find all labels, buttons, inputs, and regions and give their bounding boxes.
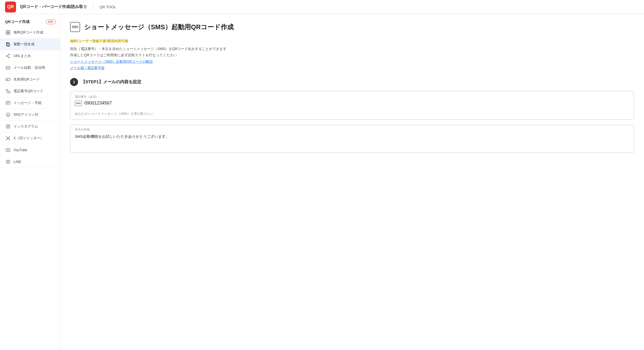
- sidebar-section-title: QRコード作成 無料: [0, 17, 60, 27]
- smiley-icon: [5, 112, 11, 118]
- grid-icon: [5, 30, 11, 36]
- svg-rect-1: [8, 30, 10, 32]
- sidebar-item-phone[interactable]: 電話番号QRコード: [0, 86, 60, 97]
- sidebar-item-label: URLまとめ: [14, 54, 31, 58]
- description-area: 無料/ユーザー登録不要/商用利用可能 宛先（電話番号）・本文を含めたショートメッ…: [70, 38, 634, 71]
- svg-rect-12: [6, 78, 10, 81]
- step1-header: 1 【STEP1】メールの内容を設定: [70, 78, 634, 86]
- sidebar-item-twitter[interactable]: X（旧ツイッター）: [0, 132, 60, 144]
- header: QR QRコード・バーコード作成/読み取り QR TOOL: [0, 0, 644, 14]
- sidebar-item-meishi[interactable]: 名刺用QRコード: [0, 74, 60, 86]
- svg-marker-25: [8, 149, 9, 151]
- phone-label: 電話番号（必須）: [75, 95, 629, 99]
- line-icon: [5, 159, 11, 165]
- svg-point-7: [9, 57, 10, 58]
- sidebar-item-label: インスタグラム: [14, 124, 38, 129]
- svg-point-22: [7, 126, 9, 128]
- svg-line-10: [7, 56, 9, 57]
- x-icon: [5, 135, 11, 141]
- body-label: 本文の内容: [70, 125, 634, 132]
- sidebar-item-label: 複数一括生成: [14, 42, 35, 46]
- sidebar-item-instagram[interactable]: インスタグラム: [0, 121, 60, 132]
- desc-versions[interactable]: メール版 / 電話番号版: [70, 66, 105, 70]
- sidebar-item-label: LINE: [14, 160, 21, 164]
- sidebar-item-label: メール起動・送信用: [14, 66, 45, 70]
- svg-point-18: [6, 113, 10, 116]
- desc-link[interactable]: ショートメッセージ（SMS）起動用QRコードの解説: [70, 60, 153, 64]
- mail-icon: [5, 65, 11, 71]
- body-field-box: 本文の内容 SMS起動機能をお試しいただきありがとうございます。: [70, 125, 634, 153]
- share-icon: [5, 53, 11, 59]
- sidebar-item-bulk[interactable]: 複数一括生成: [0, 38, 60, 50]
- svg-rect-11: [6, 66, 10, 69]
- svg-point-23: [9, 125, 9, 126]
- svg-point-8: [6, 56, 7, 56]
- main-content: SMS ショートメッセージ（SMS）起動用QRコード作成 無料/ユーザー登録不要…: [60, 14, 644, 350]
- sidebar-item-label: 名刺用QRコード: [14, 77, 40, 82]
- step1-title: 【STEP1】メールの内容を設定: [81, 79, 141, 85]
- sidebar-item-url[interactable]: URLまとめ: [0, 50, 60, 62]
- svg-point-19: [7, 114, 8, 115]
- sidebar-item-label: メッセージ・手紙: [14, 101, 42, 105]
- header-title: QRコード・バーコード作成/読み取り: [20, 4, 87, 10]
- desc-line2: 作成したQRコードはご利用前に必ず読取テストを行なってください: [70, 52, 634, 58]
- sms-icon: SMS: [75, 100, 82, 106]
- sidebar-item-sns[interactable]: SNSアイコン付: [0, 109, 60, 121]
- sidebar-item-label: SNSアイコン付: [14, 112, 38, 117]
- card-icon: [5, 76, 11, 82]
- phone-hint: あなたがショートメッセージ（SMS）を受け取りたい: [70, 112, 634, 120]
- message-icon: [5, 100, 11, 106]
- svg-point-20: [9, 114, 9, 115]
- sidebar-item-label: 無料QRコード作成: [14, 30, 43, 35]
- instagram-icon: [5, 124, 11, 130]
- logo: QR: [5, 2, 16, 12]
- sidebar-item-label: X（旧ツイッター）: [14, 136, 44, 140]
- youtube-icon: [5, 147, 11, 153]
- phone-field-box: 電話番号（必須） SMS あなたがショートメッセージ（SMS）を受け取りたい: [70, 91, 634, 120]
- svg-point-6: [9, 54, 10, 55]
- highlight-text: 無料/ユーザー登録不要/商用利用可能: [70, 38, 634, 44]
- svg-rect-2: [6, 33, 8, 34]
- svg-rect-0: [6, 30, 8, 32]
- phone-field: 電話番号（必須） SMS: [70, 91, 634, 109]
- desc-line1: 宛先（電話番号）・本文を含めたショートメッセージ（SMS）をQRコード化をするこ…: [70, 46, 634, 52]
- sidebar-badge: 無料: [46, 20, 56, 24]
- layout: QRコード作成 無料 無料QRコード作成 複数一括生成 URLまとめ: [0, 14, 644, 350]
- page-title: ショートメッセージ（SMS）起動用QRコード作成: [84, 23, 234, 32]
- sidebar-item-line[interactable]: LINE: [0, 156, 60, 168]
- sidebar-item-message[interactable]: メッセージ・手紙: [0, 97, 60, 109]
- sidebar-item-mail[interactable]: メール起動・送信用: [0, 62, 60, 74]
- svg-rect-15: [6, 101, 10, 104]
- phone-input[interactable]: [84, 100, 629, 106]
- svg-rect-3: [8, 33, 10, 34]
- page-title-icon: SMS: [70, 22, 80, 32]
- svg-line-9: [7, 55, 9, 56]
- copy-icon: [5, 41, 11, 47]
- phone-icon: [5, 88, 11, 94]
- sidebar-item-label: 電話番号QRコード: [14, 89, 43, 94]
- phone-input-row: SMS: [75, 100, 629, 106]
- header-subtitle: QR TOOL: [99, 5, 116, 9]
- header-divider: [93, 4, 93, 10]
- sidebar-item-label: YouTube: [14, 148, 27, 152]
- body-textarea[interactable]: SMS起動機能をお試しいただきありがとうございます。: [70, 132, 634, 152]
- svg-rect-21: [6, 125, 10, 128]
- sidebar-item-free-qr[interactable]: 無料QRコード作成: [0, 27, 60, 38]
- sidebar-item-youtube[interactable]: YouTube: [0, 144, 60, 156]
- sidebar: QRコード作成 無料 無料QRコード作成 複数一括生成 URLまとめ: [0, 14, 60, 350]
- page-title-row: SMS ショートメッセージ（SMS）起動用QRコード作成: [70, 22, 634, 32]
- step1-badge: 1: [70, 78, 78, 86]
